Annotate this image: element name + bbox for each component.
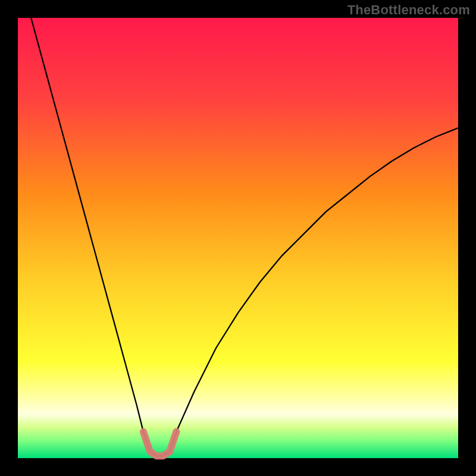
watermark-text: TheBottleneck.com bbox=[347, 2, 470, 18]
bottleneck-chart bbox=[0, 0, 476, 476]
plot-background bbox=[18, 18, 458, 458]
chart-frame: TheBottleneck.com bbox=[0, 0, 476, 476]
